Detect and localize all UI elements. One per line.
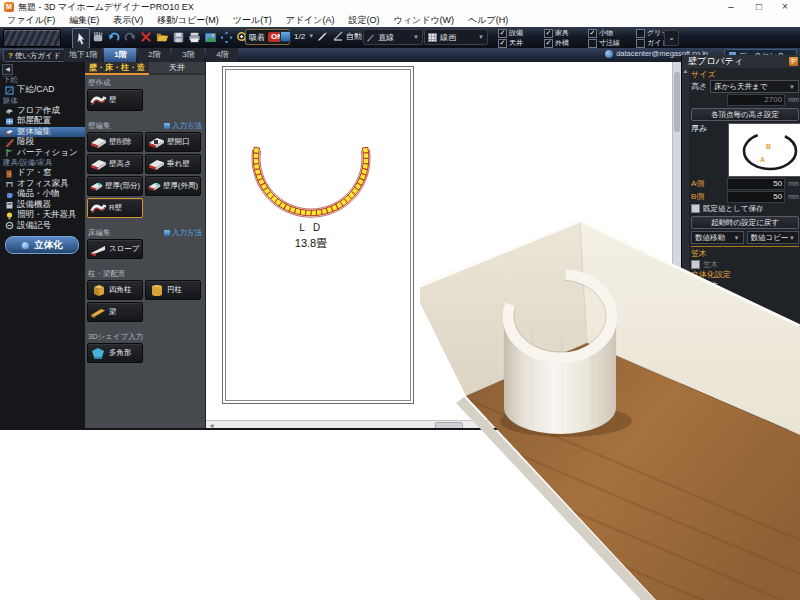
- app-window: M 無題 - 3D マイホームデザイナーPRO10 EX – □ × ファイル(…: [0, 0, 800, 600]
- 3d-preview[interactable]: [0, 0, 800, 600]
